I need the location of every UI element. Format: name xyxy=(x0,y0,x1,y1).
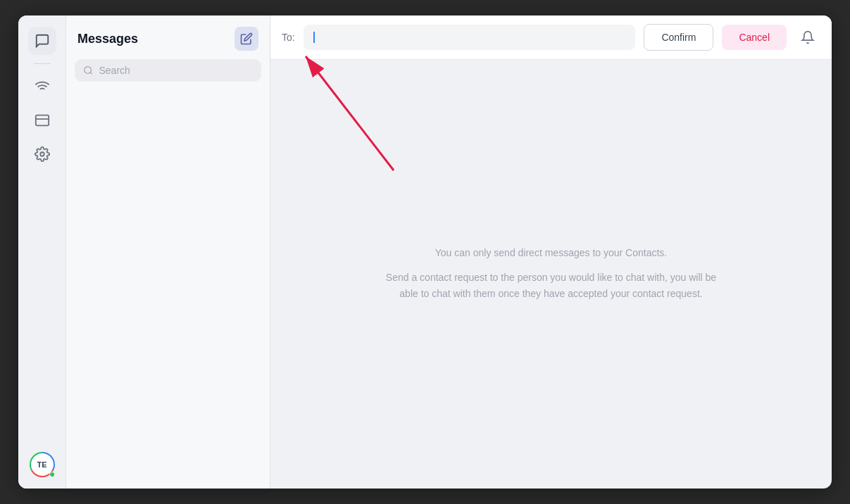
nav-chat-icon[interactable] xyxy=(28,27,56,55)
top-bar: To: Confirm Cancel xyxy=(270,15,832,60)
empty-state: You can only send direct messages to you… xyxy=(270,60,832,489)
to-label: To: xyxy=(282,32,295,43)
main-content: To: Confirm Cancel xyxy=(270,15,832,489)
search-bar[interactable] xyxy=(75,59,261,82)
nav-wifi-icon[interactable] xyxy=(28,73,56,101)
svg-point-1 xyxy=(40,152,44,156)
search-icon xyxy=(83,65,94,76)
confirm-button[interactable]: Confirm xyxy=(644,24,713,51)
status-dot xyxy=(49,472,55,477)
nav-divider xyxy=(34,63,51,64)
nav-settings-icon[interactable] xyxy=(28,140,56,168)
sidebar-title: Messages xyxy=(77,32,138,46)
nav-bottom: TE xyxy=(30,452,55,477)
avatar[interactable]: TE xyxy=(30,452,55,477)
svg-point-2 xyxy=(85,67,92,74)
cancel-button[interactable]: Cancel xyxy=(722,25,787,50)
svg-line-3 xyxy=(90,73,92,75)
sidebar: Messages xyxy=(66,15,270,489)
compose-button[interactable] xyxy=(235,27,258,51)
nav-bar: TE xyxy=(18,15,66,489)
empty-line1: You can only send direct messages to you… xyxy=(435,247,667,258)
empty-line2: Send a contact request to the person you… xyxy=(382,270,720,301)
sidebar-header: Messages xyxy=(75,27,261,51)
nav-inbox-icon[interactable] xyxy=(28,106,56,134)
svg-rect-0 xyxy=(35,115,48,126)
to-input-wrapper[interactable] xyxy=(304,25,636,50)
search-input[interactable] xyxy=(99,65,254,76)
cursor xyxy=(313,32,315,43)
bell-icon[interactable] xyxy=(795,25,820,50)
